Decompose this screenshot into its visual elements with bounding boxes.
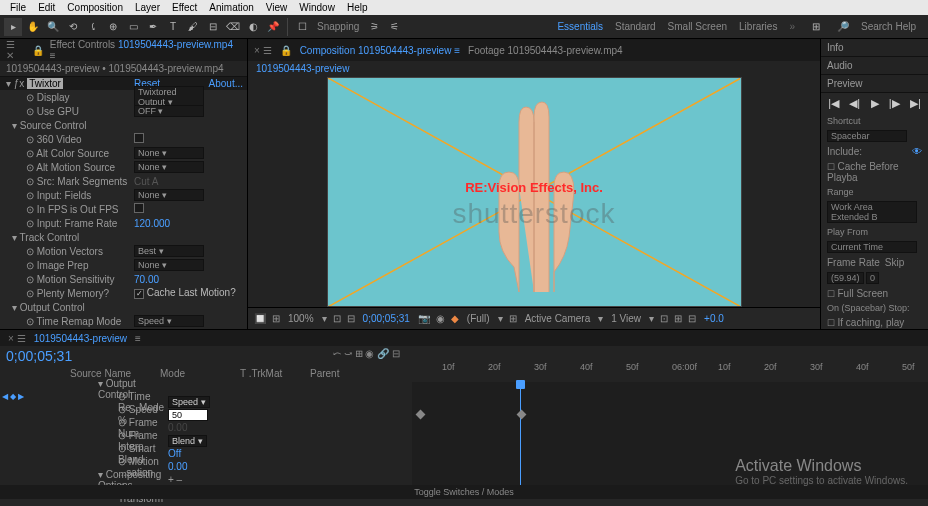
anchor-tool-icon[interactable]: ⊕: [104, 18, 122, 36]
first-frame-icon[interactable]: |◀: [828, 97, 839, 110]
snap-checkbox[interactable]: ☐: [293, 18, 311, 36]
lock-icon[interactable]: 🔒: [32, 45, 44, 56]
timeline-icon[interactable]: ⊟: [688, 313, 696, 324]
workspace-libraries[interactable]: Libraries: [739, 21, 777, 32]
menu-file[interactable]: File: [4, 2, 32, 13]
effect-param-row: ⊙ 360 Video: [0, 132, 247, 146]
tl-tool-icon[interactable]: ⊞: [355, 348, 363, 359]
guides-icon[interactable]: ⊞: [509, 313, 517, 324]
effect-param-row: ▾ Source Control: [0, 118, 247, 132]
effect-name[interactable]: Twixtor: [27, 78, 63, 89]
menu-effect[interactable]: Effect: [166, 2, 203, 13]
pixel-icon[interactable]: ⊞: [674, 313, 682, 324]
effect-param-row: ⊙ In FPS is Out FPS: [0, 202, 247, 216]
skip-select[interactable]: 0: [866, 272, 879, 284]
search-icon[interactable]: 🔎: [837, 21, 849, 32]
brush-tool-icon[interactable]: 🖌: [184, 18, 202, 36]
tl-tool-icon[interactable]: ◉: [365, 348, 374, 359]
separator: [287, 18, 288, 36]
menu-bar[interactable]: File Edit Composition Layer Effect Anima…: [0, 0, 928, 15]
magnify-icon[interactable]: 🔲: [254, 313, 266, 324]
menu-animation[interactable]: Animation: [203, 2, 259, 13]
menu-layer[interactable]: Layer: [129, 2, 166, 13]
menu-edit[interactable]: Edit: [32, 2, 61, 13]
menu-view[interactable]: View: [260, 2, 294, 13]
audio-panel-title[interactable]: Audio: [821, 57, 928, 75]
roto-tool-icon[interactable]: ◐: [244, 18, 262, 36]
viewer-footer: 🔲 ⊞ 100% ▾ ⊡ ⊟ 0;00;05;31 📷 ◉ ◆ (Full)▾ …: [248, 307, 820, 329]
preview-controls: |◀ ◀| ▶ |▶ ▶|: [821, 93, 928, 114]
resolution-icon[interactable]: ⊡: [333, 313, 341, 324]
eye-icon[interactable]: 👁: [912, 146, 922, 157]
menu-composition[interactable]: Composition: [61, 2, 129, 13]
play-icon[interactable]: ▶: [871, 97, 879, 110]
timeline-tab[interactable]: 1019504443-preview: [34, 333, 127, 344]
menu-help[interactable]: Help: [341, 2, 374, 13]
composition-tab[interactable]: Composition 1019504443-preview ≡: [300, 45, 460, 56]
next-frame-icon[interactable]: |▶: [889, 97, 900, 110]
preview-panel-title[interactable]: Preview: [821, 75, 928, 93]
tl-tool-icon[interactable]: ⤻: [344, 348, 352, 359]
zoom-tool-icon[interactable]: 🔍: [44, 18, 62, 36]
hand-tool-icon[interactable]: ✋: [24, 18, 42, 36]
eraser-tool-icon[interactable]: ⌫: [224, 18, 242, 36]
cache-before-label[interactable]: Cache Before Playba: [827, 161, 899, 183]
snap-opt-icon[interactable]: ⚞: [365, 18, 383, 36]
effect-controls-panel: ☰ ✕ 🔒 Effect Controls 1019504443-preview…: [0, 39, 248, 329]
search-help[interactable]: Search Help: [861, 21, 916, 32]
activate-windows-watermark: Activate Windows Go to PC settings to ac…: [735, 457, 908, 486]
effect-param-row: ⊙ Alt Color SourceNone ▾: [0, 146, 247, 160]
timecode[interactable]: 0;00;05;31: [6, 348, 72, 364]
camera-select[interactable]: Active Camera: [523, 313, 593, 324]
tl-tool-icon[interactable]: ⤺: [333, 348, 341, 359]
view-select[interactable]: 1 View: [609, 313, 643, 324]
view-opt-icon[interactable]: ⊡: [660, 313, 668, 324]
snapshot-icon[interactable]: 📷: [418, 313, 430, 324]
channel-icon[interactable]: ⊟: [347, 313, 355, 324]
exposure[interactable]: +0.0: [702, 313, 726, 324]
stock-watermark: shutterstock: [453, 198, 616, 230]
time-ruler[interactable]: 10f20f30f40f50f06:00f10f20f30f40f50f: [412, 362, 928, 382]
rotate-tool-icon[interactable]: ⤹: [84, 18, 102, 36]
speed-input[interactable]: [168, 409, 208, 421]
fullscreen-label[interactable]: Full Screen: [838, 288, 889, 299]
pen-tool-icon[interactable]: ✒: [144, 18, 162, 36]
last-frame-icon[interactable]: ▶|: [910, 97, 921, 110]
grid-icon[interactable]: ⊞: [272, 313, 280, 324]
zoom-level[interactable]: 100%: [286, 313, 316, 324]
info-panel-title[interactable]: Info: [821, 39, 928, 57]
stamp-tool-icon[interactable]: ⊟: [204, 18, 222, 36]
prev-frame-icon[interactable]: ◀|: [849, 97, 860, 110]
snapping-label: Snapping: [317, 21, 359, 32]
menu-window[interactable]: Window: [293, 2, 341, 13]
toggle-switches[interactable]: Toggle Switches / Modes: [0, 485, 928, 499]
composition-viewer[interactable]: RE:Vision Effects, Inc. shutterstock: [248, 76, 820, 307]
orbit-tool-icon[interactable]: ⟲: [64, 18, 82, 36]
snap-opt2-icon[interactable]: ⚟: [385, 18, 403, 36]
effect-param-row: ⊙ Motion VectorsBest ▾: [0, 244, 247, 258]
tl-tool-icon[interactable]: 🔗: [377, 348, 389, 359]
current-time[interactable]: 0;00;05;31: [361, 313, 412, 324]
panel-opt-icon[interactable]: ⊞: [807, 18, 825, 36]
framerate-select[interactable]: (59.94): [827, 272, 864, 284]
show-icon[interactable]: ◉: [436, 313, 445, 324]
keyframe-nav[interactable]: ◀ ◆ ▶: [2, 392, 24, 401]
effect-param-row: ▾ Output Control: [0, 300, 247, 314]
selection-tool-icon[interactable]: ▸: [4, 18, 22, 36]
playfrom-select[interactable]: Current Time: [827, 241, 917, 253]
footage-tab[interactable]: Footage 1019504443-preview.mp4: [468, 45, 623, 56]
workspace-standard[interactable]: Standard: [615, 21, 656, 32]
rect-tool-icon[interactable]: ▭: [124, 18, 142, 36]
canvas[interactable]: RE:Vision Effects, Inc. shutterstock: [327, 77, 742, 307]
tl-tool-icon[interactable]: ⊟: [392, 348, 400, 359]
workspace-small[interactable]: Small Screen: [668, 21, 727, 32]
puppet-tool-icon[interactable]: 📌: [264, 18, 282, 36]
lock-icon[interactable]: 🔒: [280, 45, 292, 56]
workspace-essentials[interactable]: Essentials: [557, 21, 603, 32]
resolution-select[interactable]: (Full): [465, 313, 492, 324]
effect-controls-tab[interactable]: Effect Controls 1019504443-preview.mp4 ≡: [50, 39, 241, 61]
text-tool-icon[interactable]: T: [164, 18, 182, 36]
shortcut-select[interactable]: Spacebar: [827, 130, 907, 142]
comp-name-link[interactable]: 1019504443-preview: [256, 63, 349, 74]
range-select[interactable]: Work Area Extended B: [827, 201, 917, 223]
